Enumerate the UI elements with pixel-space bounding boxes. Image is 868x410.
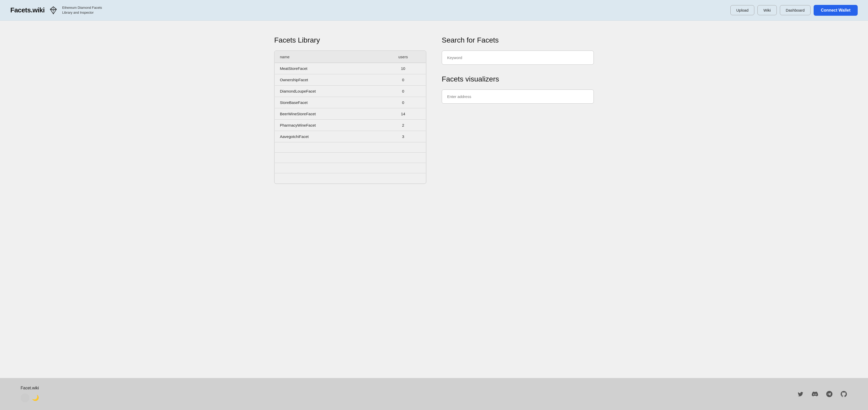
header-nav: Upload Wiki Dashboard Connect Wallet [731, 5, 858, 16]
table-row[interactable]: BeerWineStoreFacet 14 [275, 108, 426, 120]
github-icon[interactable] [840, 390, 847, 398]
right-panel: Search for Facets Facets visualizers [442, 36, 594, 362]
search-section: Search for Facets [442, 36, 594, 65]
table-empty-row [275, 142, 426, 153]
facet-users: 14 [380, 108, 426, 120]
table-header: name users [275, 51, 426, 63]
table-row[interactable]: MeatStoreFacet 10 [275, 63, 426, 74]
visualizer-section: Facets visualizers [442, 75, 594, 104]
dashboard-button[interactable]: Dashboard [780, 5, 810, 15]
header-subtitle: Ethereum Diamond Facets Library and Insp… [62, 5, 103, 15]
footer: Facet.wiki 🌙 [0, 378, 868, 410]
table-empty-row [275, 173, 426, 184]
facets-table-wrapper: name users MeatStoreFacet 10 OwnershipFa… [274, 51, 426, 184]
address-input[interactable] [442, 89, 594, 104]
footer-left: Facet.wiki 🌙 [21, 386, 40, 402]
footer-social [797, 390, 847, 398]
telegram-icon[interactable] [826, 390, 833, 398]
discord-icon[interactable] [811, 390, 818, 398]
logo-text: Facets.wiki [10, 6, 44, 14]
col-header-name: name [275, 51, 381, 63]
facet-users: 2 [380, 120, 426, 131]
facet-name: MeatStoreFacet [275, 63, 381, 74]
theme-light-button[interactable] [21, 393, 29, 402]
table-empty-row [275, 153, 426, 163]
facet-name: PharmacyWineFacet [275, 120, 381, 131]
facet-users: 0 [380, 97, 426, 108]
search-input[interactable] [442, 51, 594, 65]
facets-tbody: MeatStoreFacet 10 OwnershipFacet 0 Diamo… [275, 63, 426, 184]
table-row[interactable]: OwnershipFacet 0 [275, 74, 426, 86]
header: Facets.wiki Ethereum Diamond Facets Libr… [0, 0, 868, 21]
col-header-users: users [380, 51, 426, 63]
facet-name: BeerWineStoreFacet [275, 108, 381, 120]
connect-wallet-button[interactable]: Connect Wallet [814, 5, 858, 16]
table-row[interactable]: DiamondLoupeFacet 0 [275, 86, 426, 97]
footer-brand: Facet.wiki [21, 386, 40, 390]
facet-users: 0 [380, 74, 426, 86]
facet-users: 3 [380, 131, 426, 142]
facet-name: DiamondLoupeFacet [275, 86, 381, 97]
table-row[interactable]: AavegotchiFacet 3 [275, 131, 426, 142]
facet-name: StoreBaseFacet [275, 97, 381, 108]
search-title: Search for Facets [442, 36, 594, 45]
table-header-row: name users [275, 51, 426, 63]
facet-name: AavegotchiFacet [275, 131, 381, 142]
table-row[interactable]: PharmacyWineFacet 2 [275, 120, 426, 131]
table-empty-row [275, 163, 426, 173]
header-left: Facets.wiki Ethereum Diamond Facets Libr… [10, 5, 103, 15]
diamond-icon [49, 6, 58, 15]
main-content: Facets Library name users MeatStoreFacet… [254, 21, 614, 378]
facet-users: 10 [380, 63, 426, 74]
facets-library-title: Facets Library [274, 36, 426, 45]
facet-name: OwnershipFacet [275, 74, 381, 86]
facet-users: 0 [380, 86, 426, 97]
twitter-icon[interactable] [797, 390, 804, 398]
theme-dark-button[interactable]: 🌙 [31, 393, 40, 402]
facets-library-panel: Facets Library name users MeatStoreFacet… [274, 36, 426, 362]
facets-table: name users MeatStoreFacet 10 OwnershipFa… [275, 51, 426, 184]
visualizer-title: Facets visualizers [442, 75, 594, 83]
wiki-button[interactable]: Wiki [757, 5, 776, 15]
upload-button[interactable]: Upload [731, 5, 754, 15]
theme-toggle: 🌙 [21, 393, 40, 402]
table-row[interactable]: StoreBaseFacet 0 [275, 97, 426, 108]
